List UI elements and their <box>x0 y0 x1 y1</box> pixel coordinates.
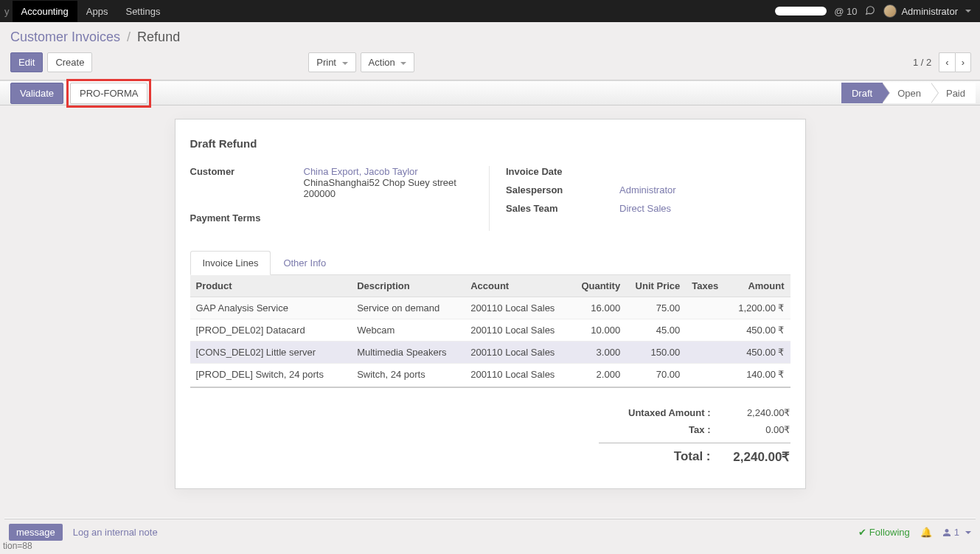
th-unit-price[interactable]: Unit Price <box>626 275 686 297</box>
cell-description: Service on demand <box>351 297 465 319</box>
cell-quantity: 16.000 <box>572 297 626 319</box>
tab-other-info[interactable]: Other Info <box>271 251 338 275</box>
top-navbar: y Accounting Apps Settings @ 10 Administ… <box>0 0 980 22</box>
pager-count: 1 / 2 <box>913 57 931 68</box>
print-button[interactable]: Print <box>308 52 355 72</box>
cell-product: [CONS_DEL02] Little server <box>190 342 352 364</box>
chat-icon[interactable] <box>864 5 876 18</box>
th-product[interactable]: Product <box>190 275 352 297</box>
page-title: Draft Refund <box>190 137 790 150</box>
cell-account: 200110 Local Sales <box>465 319 572 342</box>
caret-down-icon <box>342 62 348 65</box>
mail-counter[interactable]: @ 10 <box>834 6 857 17</box>
th-quantity[interactable]: Quantity <box>572 275 626 297</box>
cell-description: Switch, 24 ports <box>351 364 465 386</box>
status-arrows: Draft Open Paid <box>841 83 976 103</box>
user-menu[interactable]: Administrator <box>883 4 971 18</box>
chatter-bar: message Log an internal note ✔Following … <box>0 519 980 545</box>
menu-apps[interactable]: Apps <box>77 1 117 22</box>
log-note-button[interactable]: Log an internal note <box>73 527 158 538</box>
table-row[interactable]: [PROD_DEL] Switch, 24 portsSwitch, 24 po… <box>190 364 790 386</box>
cell-quantity: 3.000 <box>572 342 626 364</box>
label-tax: Tax : <box>599 424 724 435</box>
sales-team-link[interactable]: Direct Sales <box>619 203 671 214</box>
cell-quantity: 10.000 <box>572 319 626 342</box>
table-row[interactable]: [PROD_DEL02] DatacardWebcam200110 Local … <box>190 319 790 342</box>
value-invoice-date <box>619 166 790 177</box>
cell-unit_price: 150.00 <box>626 342 686 364</box>
label-sales-team: Sales Team <box>506 203 619 214</box>
status-draft[interactable]: Draft <box>841 83 883 103</box>
cell-quantity: 2.000 <box>572 364 626 386</box>
label-invoice-date: Invoice Date <box>506 166 619 177</box>
cell-account: 200110 Local Sales <box>465 342 572 364</box>
cell-product: [PROD_DEL] Switch, 24 ports <box>190 364 352 386</box>
create-button[interactable]: Create <box>47 52 92 72</box>
form-sheet: Draft Refund Customer China Export, Jaco… <box>175 119 806 489</box>
proforma-button[interactable]: PRO-FORMA <box>70 83 147 104</box>
value-total: 2,240.00₹ <box>724 449 790 465</box>
caret-down-icon <box>965 10 971 13</box>
cell-account: 200110 Local Sales <box>465 297 572 319</box>
table-row[interactable]: [CONS_DEL02] Little serverMultimedia Spe… <box>190 342 790 364</box>
caret-down-icon <box>400 62 406 65</box>
value-payment-terms <box>304 212 475 224</box>
new-message-button[interactable]: message <box>9 524 63 541</box>
cell-amount: 1,200.00 ₹ <box>724 297 790 319</box>
caret-down-icon <box>965 531 971 534</box>
customer-address-l2: 200000 <box>304 188 475 199</box>
main-menu: Accounting Apps Settings <box>13 1 170 22</box>
tabs: Invoice Lines Other Info <box>190 250 790 275</box>
breadcrumb-parent[interactable]: Customer Invoices <box>10 30 120 44</box>
breadcrumb: Customer Invoices / Refund <box>10 30 180 45</box>
cell-amount: 140.00 ₹ <box>724 364 790 386</box>
followers-button[interactable]: 1 <box>942 527 971 538</box>
cell-product: [PROD_DEL02] Datacard <box>190 319 352 342</box>
label-salesperson: Salesperson <box>506 184 619 195</box>
app-switcher-edge: y <box>4 6 10 17</box>
cell-taxes <box>686 364 724 386</box>
following-button[interactable]: ✔Following <box>858 527 910 538</box>
value-untaxed: 2,240.00₹ <box>724 407 790 418</box>
breadcrumb-current: Refund <box>137 30 180 44</box>
th-account[interactable]: Account <box>465 275 572 297</box>
salesperson-link[interactable]: Administrator <box>619 184 676 195</box>
cell-unit_price: 75.00 <box>626 297 686 319</box>
control-panel: Customer Invoices / Refund Edit Create P… <box>0 22 980 80</box>
customer-link[interactable]: China Export, Jacob Taylor <box>304 166 475 177</box>
cell-taxes <box>686 297 724 319</box>
status-bar-text: tion=88 <box>3 541 32 551</box>
th-amount[interactable]: Amount <box>724 275 790 297</box>
pager-prev-button[interactable]: ‹ <box>939 52 954 72</box>
cell-taxes <box>686 319 724 342</box>
cell-unit_price: 70.00 <box>626 364 686 386</box>
menu-settings[interactable]: Settings <box>117 1 169 22</box>
validate-button[interactable]: Validate <box>10 83 63 104</box>
nav-progress-pill <box>775 7 827 15</box>
user-name-label: Administrator <box>901 6 958 17</box>
label-total: Total : <box>599 449 724 465</box>
tab-invoice-lines[interactable]: Invoice Lines <box>190 251 271 275</box>
form-sheet-container: Draft Refund Customer China Export, Jaco… <box>0 105 980 519</box>
menu-accounting[interactable]: Accounting <box>13 1 77 22</box>
pager-next-button[interactable]: › <box>955 52 971 72</box>
action-button[interactable]: Action <box>361 52 415 72</box>
bell-icon[interactable]: 🔔 <box>920 527 932 538</box>
cell-description: Webcam <box>351 319 465 342</box>
value-tax: 0.00₹ <box>724 424 790 435</box>
th-taxes[interactable]: Taxes <box>686 275 724 297</box>
customer-address-l1: ChinaShanghai52 Chop Suey street <box>304 177 475 188</box>
cell-taxes <box>686 342 724 364</box>
table-row[interactable]: GAP Analysis ServiceService on demand200… <box>190 297 790 319</box>
edit-button[interactable]: Edit <box>10 52 43 72</box>
label-untaxed: Untaxed Amount : <box>599 407 724 418</box>
cell-amount: 450.00 ₹ <box>724 319 790 342</box>
label-customer: Customer <box>190 166 304 199</box>
cell-unit_price: 45.00 <box>626 319 686 342</box>
th-description[interactable]: Description <box>351 275 465 297</box>
avatar-icon <box>883 4 897 18</box>
breadcrumb-sep: / <box>127 30 131 44</box>
totals-block: Untaxed Amount : 2,240.00₹ Tax : 0.00₹ T… <box>599 404 790 468</box>
invoice-lines-table: Product Description Account Quantity Uni… <box>190 275 790 385</box>
highlight-box: PRO-FORMA <box>66 79 151 108</box>
